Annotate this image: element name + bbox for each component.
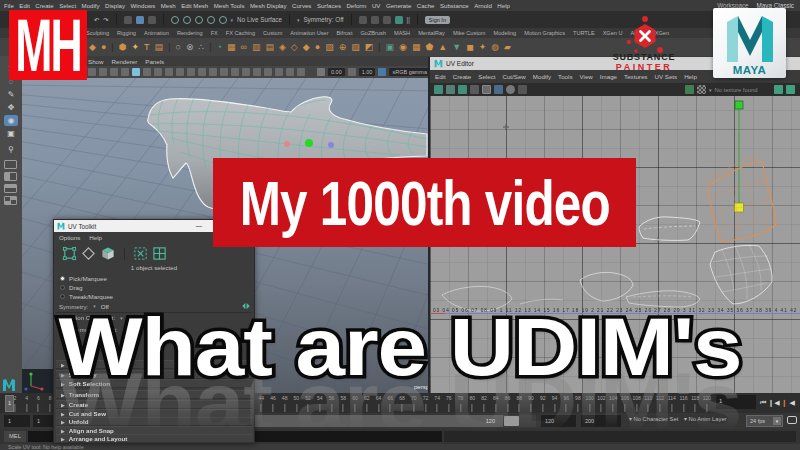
color-space-dropdown[interactable]: sRGB gamma [389, 68, 430, 76]
last-tool-icon[interactable]: ⚲ [4, 144, 18, 155]
shelf-icon[interactable]: ▥ [252, 43, 261, 52]
shelf-tab[interactable]: Bifrost [337, 30, 353, 36]
paint-select-tool-icon[interactable]: ✎ [4, 89, 18, 100]
select-hierarchy-icon[interactable] [124, 16, 132, 24]
rotate-tool-icon[interactable]: ◉ [4, 115, 18, 126]
viewport-gate-mask-icon[interactable] [121, 68, 129, 76]
shelf-icon[interactable]: | [168, 43, 170, 52]
menu-item[interactable]: UV [372, 2, 380, 9]
cube-select-icon[interactable] [100, 246, 116, 261]
viewport-wireframe-icon[interactable] [132, 68, 140, 76]
shelf-icon[interactable]: ▤ [155, 43, 164, 52]
menu-item[interactable]: Help [497, 2, 510, 9]
uv-toolkit-menu-item[interactable]: Help [89, 234, 102, 241]
radio-tweak-marquee[interactable]: Tweak/Marquee [60, 293, 113, 300]
uv-dim-image-icon[interactable] [482, 85, 491, 94]
layout-single-pane-button[interactable] [4, 160, 17, 169]
uv-editor-menu-item[interactable]: Textures [624, 73, 647, 80]
uv-pixel-snap-icon[interactable] [446, 85, 455, 94]
shelf-icon[interactable]: ▦ [412, 43, 421, 52]
shelf-tab[interactable]: MentalRay [418, 30, 445, 36]
symmetry-field[interactable]: Symmetry: Off [303, 16, 343, 23]
viewport-dof-icon[interactable] [253, 68, 261, 76]
snap-view-icon[interactable] [219, 16, 227, 24]
menu-item[interactable]: Edit Mesh [181, 2, 208, 9]
shelf-icon[interactable]: ∴ [198, 43, 204, 52]
shelf-icon[interactable]: ▲ [438, 43, 447, 52]
uv-checker-map-icon[interactable] [697, 85, 706, 94]
select-component-icon[interactable] [148, 16, 156, 24]
shelf-tab[interactable]: Animation User [290, 30, 328, 36]
render-settings-icon[interactable] [383, 16, 391, 24]
live-surface-field[interactable]: No Live Surface [237, 16, 282, 23]
viewport-grid-icon[interactable] [99, 68, 107, 76]
shelf-icon[interactable]: ◆ [89, 43, 96, 52]
uv-image-icon[interactable] [518, 85, 527, 94]
uv-editor-menu-item[interactable]: Create [453, 73, 472, 80]
viewport-lights-icon[interactable] [165, 68, 173, 76]
menu-item[interactable]: Cache [417, 2, 435, 9]
menu-item[interactable]: Display [105, 2, 125, 9]
viewport-ao-icon[interactable] [187, 68, 195, 76]
shelf-icon[interactable]: ⊗ [186, 43, 194, 52]
viewport-motionblur-icon[interactable] [198, 68, 206, 76]
shelf-tab[interactable]: Modeling [494, 30, 517, 36]
menu-item[interactable]: Windows [131, 2, 156, 9]
uv-editor-menu-item[interactable]: Select [478, 73, 495, 80]
shelf-icon[interactable]: ✦ [132, 43, 140, 52]
viewport-isolate-icon[interactable] [209, 68, 217, 76]
uv-editor-menu-item[interactable]: Modify [533, 73, 551, 80]
viewport-menu-item[interactable]: Show [88, 58, 103, 65]
shelf-tab[interactable]: Motion Graphics [524, 30, 565, 36]
shelf-icon[interactable]: ▨ [351, 43, 360, 52]
tweak-mode-icon[interactable] [133, 246, 148, 261]
shelf-icon[interactable]: ◉ [399, 43, 407, 52]
viewport-textured-icon[interactable] [154, 68, 162, 76]
menu-item[interactable]: Substance [440, 2, 469, 9]
viewport-aa-icon[interactable] [264, 68, 272, 76]
uv-shell-selected[interactable] [705, 157, 776, 241]
shelf-icon[interactable]: ▰ [504, 43, 511, 52]
move-tool-icon[interactable]: ✥ [4, 102, 18, 113]
layout-four-pane-button[interactable] [4, 196, 17, 205]
menu-item[interactable]: Mesh [161, 2, 176, 9]
layout-two-pane-button[interactable] [4, 172, 17, 181]
uv-shell-border-icon[interactable] [458, 85, 467, 94]
viewport-lookdev-icon[interactable] [286, 68, 294, 76]
uv-texture-dropdown[interactable]: No texture found [715, 87, 758, 93]
viewport-xray-icon[interactable] [220, 68, 228, 76]
shelf-icon[interactable]: ◇ [291, 43, 298, 52]
shelf-tab[interactable]: Mike Custom [453, 30, 486, 36]
layout-three-pane-button[interactable] [4, 184, 17, 193]
shelf-icon[interactable]: ⬟ [425, 43, 433, 52]
shelf-icon[interactable]: ▤ [265, 43, 274, 52]
shelf-icon[interactable]: | [111, 43, 113, 52]
menu-item[interactable]: Mesh Display [250, 2, 287, 9]
symmetry-icon[interactable] [241, 301, 251, 311]
shelf-icon[interactable]: ◼ [466, 43, 473, 52]
radio-drag[interactable]: Drag [60, 284, 82, 291]
uv-texture-image-icon[interactable] [685, 85, 694, 94]
snap-curve-icon[interactable] [183, 16, 191, 24]
menu-item[interactable]: Surfaces [317, 2, 341, 9]
transform-constraint-row[interactable]: Transform Constraint: ▾ Off [59, 326, 251, 333]
color-management-icon[interactable] [378, 68, 386, 76]
snap-projected-icon[interactable] [207, 16, 215, 24]
shelf-icon[interactable]: ⊕ [339, 43, 347, 52]
shelf-icon[interactable]: | [209, 43, 211, 52]
uv-editor-menu-item[interactable]: View [580, 73, 593, 80]
viewport-separator-icon[interactable] [231, 68, 239, 76]
minimize-icon[interactable]: — [196, 222, 202, 229]
shelf-tab[interactable]: FX [211, 30, 218, 36]
shelf-tab[interactable]: Custom [263, 30, 282, 36]
uv-update-psd-icon[interactable] [774, 85, 783, 94]
shelf-icon[interactable]: ◍ [491, 43, 499, 52]
shelf-tab[interactable]: Sculpting [86, 30, 109, 36]
shelf-icon[interactable]: | [378, 43, 380, 52]
shelf-tab[interactable]: Rigging [117, 30, 136, 36]
shelf-tab[interactable]: Animation [144, 30, 169, 36]
shelf-icon[interactable]: ⬢ [119, 43, 127, 52]
uv-editor-menu-item[interactable]: UV Sets [654, 73, 677, 80]
uv-checker-icon[interactable] [470, 85, 479, 94]
snap-point-icon[interactable] [195, 16, 203, 24]
